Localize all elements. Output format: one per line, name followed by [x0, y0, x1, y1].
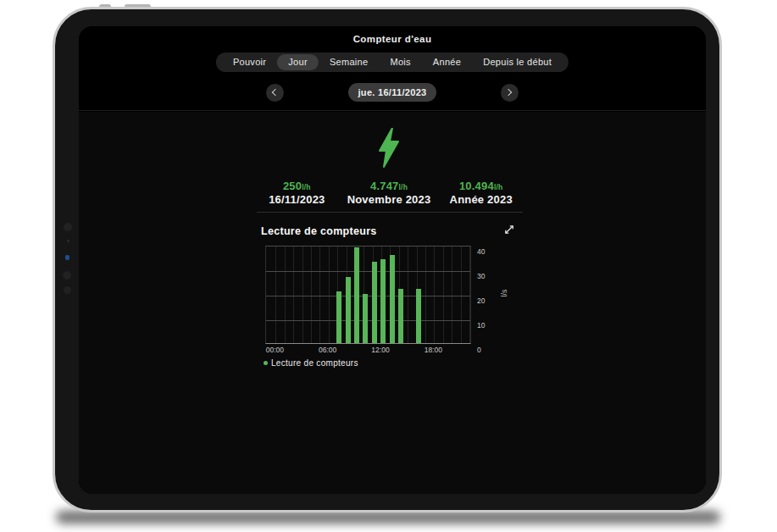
expand-chart-button[interactable] — [503, 224, 515, 236]
horizontal-gridline — [266, 320, 470, 321]
tab-pouvoir[interactable]: Pouvoir — [222, 54, 277, 70]
tab-semaine[interactable]: Semaine — [319, 54, 380, 70]
content-area: 250l/h 16/11/2023 4.747l/h Novembre 2023… — [79, 112, 706, 494]
bar-07h — [336, 291, 341, 343]
bar-09h — [354, 247, 359, 343]
bar-13h — [390, 255, 395, 343]
legend-dot-icon — [264, 361, 268, 365]
chart-header: Lecture de compteurs — [261, 223, 498, 237]
chart-title: Lecture de compteurs — [261, 225, 377, 237]
vertical-gridline — [452, 247, 452, 343]
vertical-gridline — [329, 247, 330, 343]
legend-label: Lecture de compteurs — [271, 358, 358, 368]
x-tick-label: 06:00 — [319, 346, 336, 354]
bar-12h — [380, 259, 386, 343]
next-date-button[interactable] — [501, 84, 519, 102]
tablet-device-frame: Compteur d'eau Pouvoir Jour Semaine Mois… — [53, 7, 722, 513]
y-tick-label: 10 — [477, 321, 485, 330]
y-tick-label: 0 — [477, 346, 481, 354]
bar-16h — [416, 289, 421, 343]
period-segmented-control: Pouvoir Jour Semaine Mois Année Depuis l… — [216, 53, 569, 72]
app-header: Compteur d'eau Pouvoir Jour Semaine Mois… — [79, 26, 706, 111]
x-tick-label: 12:00 — [371, 346, 389, 354]
camera-lens-icon — [63, 271, 71, 280]
chevron-left-icon — [271, 89, 278, 96]
camera-lens-icon — [64, 223, 72, 231]
y-axis-unit-label: l/s — [500, 280, 512, 306]
stat-year: 10.494l/h Année 2023 — [435, 180, 527, 206]
bar-14h — [398, 289, 403, 343]
stat-month-unit: l/h — [399, 183, 408, 191]
camera-lens-icon — [64, 286, 71, 294]
vertical-gridline — [469, 247, 470, 343]
y-tick-label: 20 — [477, 296, 485, 305]
tab-mois[interactable]: Mois — [379, 54, 421, 70]
bar-11h — [372, 262, 377, 343]
microphone-dot-icon — [67, 240, 69, 242]
stat-day-period: 16/11/2023 — [251, 193, 343, 206]
vertical-gridline — [408, 247, 408, 343]
bar-10h — [363, 294, 368, 343]
chevron-right-icon — [505, 89, 512, 96]
stat-year-period: Année 2023 — [435, 193, 527, 206]
horizontal-gridline — [266, 271, 470, 272]
date-navigation: jue. 16/11/2023 — [79, 83, 706, 102]
expand-diagonal-icon — [503, 224, 515, 236]
current-date-pill[interactable]: jue. 16/11/2023 — [348, 83, 437, 102]
horizontal-gridline — [266, 296, 470, 296]
stat-month: 4.747l/h Novembre 2023 — [343, 180, 436, 206]
vertical-gridline — [425, 247, 426, 343]
stat-year-value: 10.494 — [459, 180, 494, 192]
vertical-gridline — [285, 247, 286, 343]
vertical-gridline — [443, 247, 444, 343]
chart-legend-item[interactable]: Lecture de compteurs — [264, 358, 358, 368]
vertical-gridline — [319, 247, 320, 343]
stat-day: 250l/h 16/11/2023 — [251, 180, 343, 206]
stats-row: 250l/h 16/11/2023 4.747l/h Novembre 2023… — [251, 180, 527, 206]
vertical-gridline — [293, 247, 294, 343]
page-title: Compteur d'eau — [79, 34, 706, 44]
previous-date-button[interactable] — [266, 84, 284, 102]
x-tick-label: 18:00 — [425, 346, 442, 354]
vertical-gridline — [302, 247, 303, 343]
vertical-gridline — [311, 247, 312, 343]
vertical-gridline — [434, 247, 435, 343]
stat-year-unit: l/h — [494, 183, 503, 191]
bar-08h — [346, 277, 351, 343]
meter-panel: 250l/h 16/11/2023 4.747l/h Novembre 2023… — [251, 112, 527, 383]
divider — [257, 212, 523, 213]
stat-day-value: 250 — [283, 180, 302, 192]
device-drop-shadow — [56, 511, 720, 524]
y-tick-label: 40 — [477, 247, 485, 256]
lightning-bolt-icon — [251, 128, 527, 171]
tab-jour[interactable]: Jour — [277, 54, 319, 70]
stat-month-value: 4.747 — [370, 180, 399, 192]
tab-annee[interactable]: Année — [422, 54, 472, 70]
vertical-gridline — [461, 247, 462, 343]
vertical-gridline — [275, 247, 276, 343]
camera-sensor-blue-icon — [65, 255, 69, 260]
stat-day-unit: l/h — [302, 183, 311, 191]
tablet-screen: Compteur d'eau Pouvoir Jour Semaine Mois… — [79, 26, 706, 494]
x-tick-label: 00:00 — [266, 346, 284, 354]
tab-depuis-le-debut[interactable]: Depuis le début — [472, 54, 563, 70]
y-tick-label: 30 — [477, 272, 485, 280]
bar-chart-plot-area[interactable] — [265, 246, 471, 344]
stat-month-period: Novembre 2023 — [343, 193, 436, 206]
